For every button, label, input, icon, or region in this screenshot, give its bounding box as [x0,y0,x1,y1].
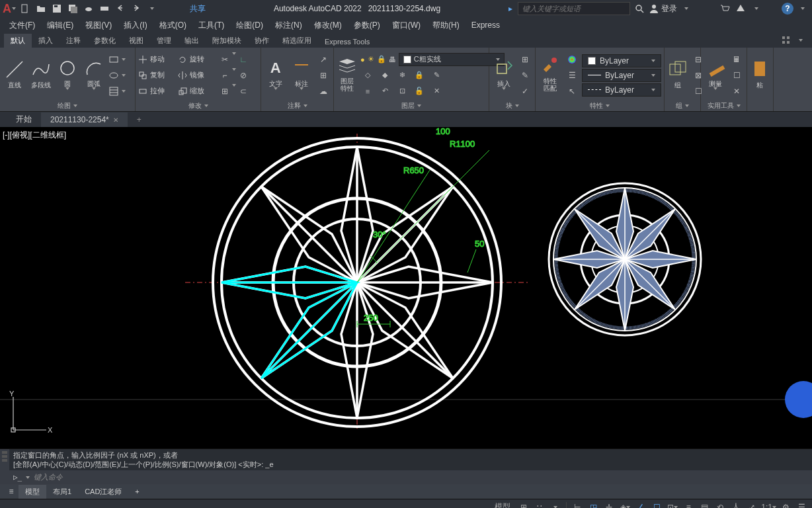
search-icon[interactable] [633,2,646,15]
block-create-icon[interactable]: ⊞ [518,52,532,67]
status-trans-icon[interactable]: ▤ [698,501,711,509]
layer-on-icon[interactable]: ● [360,56,365,64]
prop-sheet-icon[interactable]: ☰ [565,68,579,83]
layer-unlock-icon[interactable]: 🔓 [412,84,426,99]
cloud-icon[interactable] [82,2,95,15]
menu-express[interactable]: Express [471,21,500,30]
explode-icon[interactable]: ⊘ [236,68,251,83]
color-dropdown[interactable]: ByLayer [582,54,661,67]
status-iso-icon[interactable]: ◈ [618,501,631,509]
rotate-button[interactable]: 旋转 [178,52,218,67]
status-scale[interactable]: 1:1 [761,501,776,509]
measure-button[interactable]: 测量 [704,50,727,97]
status-annoscale-icon[interactable]: ⤢ [745,501,758,509]
layer-plot-icon[interactable]: 🖶 [389,56,396,64]
app-logo[interactable]: A [3,2,16,15]
status-otrack-icon[interactable]: ☐ [650,501,663,509]
erase-icon[interactable]: ⊂ [236,84,251,99]
linetype-dropdown[interactable]: ByLayer [582,83,661,97]
point-icon[interactable]: ✕ [729,84,744,99]
help-dropdown-icon[interactable] [796,2,809,15]
login-button[interactable]: 登录 [649,2,677,15]
status-infer-icon[interactable]: ⊢ [571,501,584,509]
text-button[interactable]: A文字 [264,50,288,97]
trim-icon[interactable]: ✂ [218,52,232,67]
layer-properties-button[interactable]: 图层 特性 [337,50,358,97]
ellipse-icon[interactable] [108,68,126,83]
cloud-anno-icon[interactable]: ☁ [316,84,331,99]
ltab-teacher[interactable]: CAD江老师 [78,485,128,499]
select-sim-icon[interactable]: ☐ [729,68,744,83]
rtab-manage[interactable]: 管理 [150,34,178,48]
layer-states-icon[interactable]: ⊡ [395,84,409,99]
layer-iso-icon[interactable]: ◇ [360,68,375,83]
tab-add[interactable]: + [128,112,151,127]
redo-icon[interactable] [130,2,143,15]
layers-panel-title[interactable]: 图层 [337,101,486,111]
status-grid-icon[interactable]: ⊞ [517,501,530,509]
menu-draw[interactable]: 绘图(D) [236,20,263,31]
status-anno-icon[interactable]: 人 [729,501,743,509]
select-icon[interactable]: ↖ [565,84,579,99]
cart-icon[interactable] [718,2,731,15]
rtab-collab[interactable]: 协作 [248,34,276,48]
hatch-icon[interactable] [108,84,126,99]
status-snap-icon[interactable]: ∷ [533,501,546,509]
table-icon[interactable]: ⊞ [316,68,331,83]
layer-match-icon[interactable]: ≡ [360,84,375,99]
help-icon[interactable]: ? [782,3,793,15]
layer-make-icon[interactable]: ✎ [429,68,444,83]
rtab-apps-icon[interactable] [779,33,793,48]
ltab-layout1[interactable]: 布局1 [46,485,78,499]
match-properties-button[interactable]: 特性 匹配 [538,50,562,97]
line-button[interactable]: 直线 [3,50,26,97]
save-icon[interactable] [50,2,63,15]
status-2dsnap-icon[interactable]: ⊡ [666,501,679,509]
layer-freeze-icon[interactable]: ☀ [368,55,374,64]
open-icon[interactable] [34,2,48,15]
menu-edit[interactable]: 编辑(E) [47,20,73,31]
status-gear-icon[interactable]: ⚙ [779,501,792,509]
menu-view[interactable]: 视图(V) [85,20,112,31]
rtab-featured[interactable]: 精选应用 [276,34,318,48]
saveas-icon[interactable] [66,2,79,15]
rtab-annotate[interactable]: 注释 [60,34,87,48]
fillet-icon[interactable]: ⌐ [218,68,232,83]
menu-insert[interactable]: 插入(I) [124,20,147,31]
modify-panel-title[interactable]: 修改 [138,101,258,111]
rtab-parametric[interactable]: 参数化 [87,34,122,48]
rtab-view[interactable]: 视图 [122,34,150,48]
arrow-down-icon[interactable] [145,2,159,15]
rtab-insert[interactable]: 插入 [32,34,60,48]
lineweight-dropdown[interactable]: ByLayer [582,69,661,82]
rect-icon[interactable] [108,52,126,67]
plot-icon[interactable] [98,2,111,15]
move-button[interactable]: 移动 [138,52,178,67]
offset-icon[interactable]: ∟ [236,52,251,67]
menu-tools[interactable]: 工具(T) [198,20,224,31]
status-ortho-icon[interactable]: ◳ [587,501,600,509]
status-lwt-icon[interactable]: ≡ [682,501,695,509]
status-custom-icon[interactable]: ☰ [795,501,808,509]
layout-menu-icon[interactable]: ≡ [4,484,19,499]
model-viewport[interactable]: [-][俯视][二维线框] [0,127,812,448]
menu-param[interactable]: 参数(P) [354,20,380,31]
layer-off-icon[interactable]: ◆ [378,68,392,83]
menu-help[interactable]: 帮助(H) [432,20,460,31]
polyline-button[interactable]: 多段线 [29,50,53,97]
menu-window[interactable]: 窗口(W) [392,20,421,31]
cmd-input[interactable]: ▷_ 键入命令 [9,470,812,484]
search-input[interactable]: 键入关键字或短语 [518,2,630,15]
leader-icon[interactable]: ↗ [316,52,331,67]
menu-dim[interactable]: 标注(N) [275,20,302,31]
rtab-output[interactable]: 输出 [178,34,206,48]
paste-button[interactable]: 粘 [750,50,770,97]
annotate-panel-title[interactable]: 注释 [264,101,331,111]
tab-start[interactable]: 开始 [7,111,41,128]
rtab-default[interactable]: 默认 [4,34,32,48]
menu-modify[interactable]: 修改(M) [314,20,342,31]
ltab-model[interactable]: 模型 [19,485,46,499]
scale-button[interactable]: 缩放 [178,84,218,99]
rtab-collapse-icon[interactable] [793,33,808,48]
block-panel-title[interactable]: 块 [492,101,532,111]
